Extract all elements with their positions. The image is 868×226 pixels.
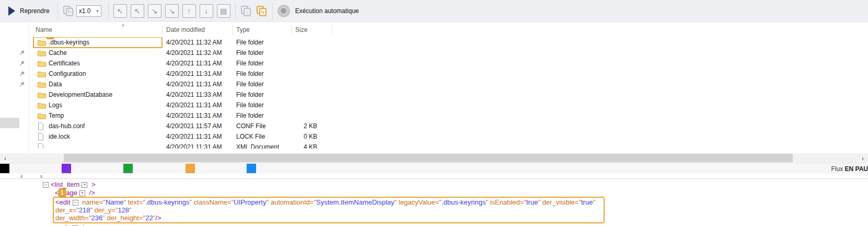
- attr-name: der_height=": [105, 214, 145, 222]
- table-row[interactable]: Temp4/20/2021 11:31 AMFile folder: [0, 110, 868, 121]
- table-row[interactable]: Cache4/20/2021 11:32 AMFile folder: [0, 48, 868, 58]
- horizontal-scrollbar[interactable]: ‹ ›: [0, 153, 868, 163]
- collapse-toggle-icon[interactable]: −: [43, 182, 49, 188]
- file-type: LOCK File: [236, 133, 295, 140]
- scroll-right-icon[interactable]: ›: [858, 153, 868, 163]
- jump-back-small-button[interactable]: ↖: [113, 4, 127, 18]
- file-type: File folder: [236, 60, 295, 67]
- move-down-button[interactable]: ↓: [200, 4, 213, 18]
- column-header-size[interactable]: Size: [295, 26, 307, 33]
- file-date: 4/20/2021 11:31 AM: [166, 101, 236, 109]
- pages-forward-icon[interactable]: ↓: [240, 5, 252, 17]
- pin-icon[interactable]: [19, 81, 25, 87]
- column-divider[interactable]: [332, 25, 332, 35]
- timeline-marker[interactable]: [0, 164, 9, 173]
- column-header-type[interactable]: Type: [236, 26, 250, 33]
- tree-node[interactable]: −<list_item+ >: [41, 181, 868, 188]
- collapse-toggle-icon[interactable]: −: [73, 200, 78, 206]
- file-date: 4/20/2021 11:32 AM: [166, 49, 236, 56]
- file-date: 4/20/2021 11:31 AM: [166, 133, 236, 140]
- timeline-strip: Flux EN PAU: [0, 163, 868, 174]
- table-row[interactable]: DevelopmentDatabase4/20/2021 11:33 AMFil…: [0, 89, 868, 100]
- attr-value: 236: [91, 214, 103, 222]
- attr-name: name=": [80, 198, 106, 206]
- jump-forward-alt-button[interactable]: ↘: [165, 4, 179, 18]
- file-name: Configuration: [48, 70, 166, 77]
- file-size: 4 KB: [295, 143, 322, 149]
- timeline-marker[interactable]: [62, 164, 71, 173]
- tree-node[interactable]: <image+ />1: [55, 189, 868, 197]
- highlighted-tree-node[interactable]: <edit− name="Name" text=".dbus-keyrings"…: [53, 197, 605, 223]
- scroll-left-icon[interactable]: ‹: [0, 153, 10, 163]
- move-down-icon: ↓: [204, 7, 208, 15]
- table-row[interactable]: ide.lock4/20/2021 11:31 AMLOCK File0 KB: [0, 131, 868, 142]
- attr-value: System.ItemNameDisplay: [316, 198, 395, 206]
- clipped-row[interactable]: 4/20/2021 11:31 AMXML Document4 KB: [0, 142, 868, 149]
- file-date: 4/20/2021 11:31 AM: [166, 70, 236, 77]
- column-divider[interactable]: [233, 25, 233, 35]
- tag-close: />: [155, 214, 161, 222]
- file-type: File folder: [236, 101, 295, 109]
- auto-exec-record-icon[interactable]: [277, 5, 290, 17]
- table-row[interactable]: Logs4/20/2021 11:31 AMFile folder: [0, 100, 868, 110]
- attr-name: der_visible=": [540, 198, 581, 206]
- folder-icon: [29, 71, 48, 77]
- table-row[interactable]: Configuration4/20/2021 11:31 AMFile fold…: [0, 69, 868, 79]
- folder-icon: [29, 112, 48, 119]
- attr-value: 218: [79, 206, 90, 214]
- file-name: ide.lock: [48, 133, 166, 140]
- attr-quote: ": [129, 206, 132, 214]
- timeline-marker[interactable]: [123, 164, 133, 173]
- document-button[interactable]: ▤: [217, 4, 230, 18]
- file-size: 2 KB: [295, 122, 322, 130]
- pin-icon[interactable]: [19, 71, 25, 77]
- jump-forward-button[interactable]: ↘: [148, 4, 161, 18]
- attr-name: legacyValue=": [397, 198, 442, 206]
- table-row[interactable]: .dbus-keyrings4/20/2021 11:32 AMFile fol…: [0, 37, 868, 48]
- left-scrollbar-fragment[interactable]: [0, 118, 19, 128]
- attr-quote: ": [593, 198, 595, 206]
- speed-select[interactable]: x1.0 ▾: [76, 5, 101, 17]
- toolbar-separator: [108, 3, 109, 19]
- resume-button[interactable]: Reprendre: [5, 4, 53, 18]
- pin-icon[interactable]: [19, 60, 25, 66]
- expand-toggle-icon[interactable]: +: [79, 190, 85, 196]
- pages-redirect-active-icon[interactable]: ↳: [256, 5, 268, 17]
- file-icon: [29, 133, 48, 141]
- selection-badge: 1: [47, 37, 54, 39]
- expand-toggle-icon[interactable]: +: [82, 182, 87, 188]
- table-row[interactable]: das-hub.conf4/20/2021 11:57 AMCONF File2…: [0, 121, 868, 131]
- file-name: Certificates: [48, 60, 166, 67]
- move-up-button[interactable]: ↑: [182, 4, 196, 18]
- tag-close: />: [80, 224, 88, 226]
- file-name: Temp: [48, 112, 166, 119]
- folder-icon: [29, 50, 48, 56]
- file-type: File folder: [236, 39, 295, 46]
- column-divider[interactable]: [292, 25, 292, 35]
- file-list-body: .dbus-keyrings4/20/2021 11:32 AMFile fol…: [0, 37, 868, 153]
- tag-open: <edit: [55, 198, 71, 206]
- timeline-marker[interactable]: [186, 164, 195, 173]
- column-header-name[interactable]: Name: [36, 26, 52, 33]
- table-row[interactable]: Certificates4/20/2021 11:31 AMFile folde…: [0, 58, 868, 69]
- rerun-page-icon[interactable]: ↻: [63, 5, 74, 17]
- toolbar-separator: [235, 3, 236, 19]
- file-type: File folder: [236, 70, 295, 77]
- column-divider[interactable]: [162, 25, 163, 35]
- scrollbar-thumb[interactable]: [64, 154, 793, 162]
- file-date: 4/20/2021 11:31 AM: [166, 143, 236, 149]
- app-window: Reprendre ↻ x1.0 ▾ ↖↖↘↘↑↓▤ ↓ ↳ Exécution…: [0, 0, 868, 226]
- timeline-marker[interactable]: [247, 164, 256, 173]
- attr-value: .dbus-keyrings: [442, 198, 486, 206]
- table-row[interactable]: Data4/20/2021 11:31 AMFile folder: [0, 79, 868, 89]
- table-row[interactable]: 4/20/2021 11:31 AMXML Document4 KB: [0, 142, 868, 149]
- jump-back-button[interactable]: ↖: [131, 4, 144, 18]
- file-date: 4/20/2021 11:31 AM: [166, 60, 236, 67]
- column-header-date[interactable]: Date modified: [166, 26, 205, 33]
- attr-name: text=": [126, 198, 145, 206]
- attr-value: true: [526, 198, 538, 206]
- tree-badge: 1: [59, 188, 66, 197]
- document-icon: ▤: [220, 7, 227, 15]
- pin-icon[interactable]: [19, 50, 25, 56]
- toolbar-nav-group: ↖↖↘↘↑↓▤: [113, 4, 230, 18]
